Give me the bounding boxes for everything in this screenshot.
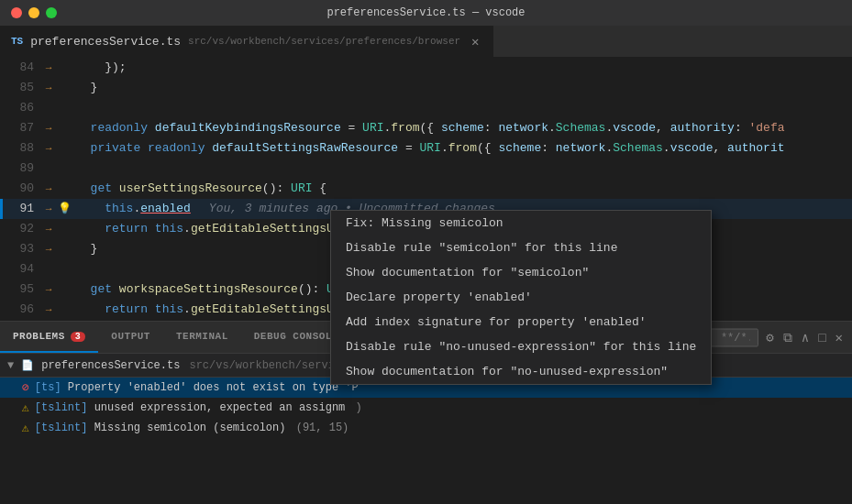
problem-description-3: Missing semicolon (semicolon)	[94, 422, 286, 434]
code-line-89: 89	[0, 159, 852, 179]
copy-icon[interactable]: ⧉	[781, 328, 794, 346]
code-line-90: 90 → get userSettingsResource(): URI {	[0, 179, 852, 199]
line-number-93: 93	[0, 239, 41, 259]
maximize-button[interactable]	[46, 7, 57, 18]
line-arrow-84: →	[41, 58, 56, 78]
line-number-88: 88	[0, 138, 41, 159]
quickfix-item-1[interactable]: Fix: Missing semicolon	[331, 211, 711, 236]
close-button[interactable]	[11, 7, 22, 18]
problem-text-3: [tslint] Missing semicolon (semicolon) (…	[35, 422, 845, 434]
line-content-90: get userSettingsResource(): URI {	[72, 179, 852, 199]
line-icon-84	[56, 58, 72, 78]
tab-filename: preferencesService.ts	[30, 35, 181, 49]
quickfix-item-5[interactable]: Add index signature for property 'enable…	[331, 310, 711, 334]
line-arrow-88: →	[41, 138, 56, 159]
line-icon-87	[56, 118, 72, 138]
line-arrow-96: →	[41, 300, 56, 320]
line-content-89	[72, 159, 852, 179]
line-content-84: });	[72, 58, 852, 78]
collapse-icon[interactable]: □	[816, 328, 827, 346]
line-number-94: 94	[0, 259, 41, 279]
line-number-90: 90	[0, 179, 41, 199]
problem-location-3: (91, 15)	[296, 422, 349, 434]
line-number-84: 84	[0, 58, 41, 78]
quickfix-item-2[interactable]: Disable rule "semicolon" for this line	[331, 236, 711, 260]
line-icon-92	[56, 219, 72, 239]
tab-close-button[interactable]: ✕	[468, 34, 482, 49]
line-arrow-87: →	[41, 118, 56, 138]
line-arrow-97: →	[41, 320, 56, 321]
problem-location-2: )	[356, 401, 362, 414]
line-number-92: 92	[0, 219, 41, 239]
problem-source-3: [tslint]	[35, 422, 88, 434]
quickfix-dropdown: Fix: Missing semicolon Disable rule "sem…	[330, 210, 712, 385]
quickfix-item-6[interactable]: Disable rule "no-unused-expression" for …	[331, 334, 711, 359]
line-arrow-86	[41, 98, 56, 118]
problems-list: ⊘ [ts] Property 'enabled' does not exist…	[0, 378, 852, 504]
tab-terminal-label: TERMINAL	[176, 331, 228, 342]
minimize-button[interactable]	[28, 7, 39, 18]
line-number-87: 87	[0, 118, 41, 138]
quickfix-item-7[interactable]: Show documentation for "no-unused-expres…	[331, 359, 711, 384]
tab-bar-container: TS preferencesService.ts src/vs/workbenc…	[0, 26, 852, 58]
expand-icon[interactable]: ∧	[800, 328, 811, 347]
line-content-87: readonly defaultKeybindingsResource = UR…	[72, 118, 852, 138]
close-panel-icon[interactable]: ✕	[834, 328, 845, 347]
line-arrow-92: →	[41, 219, 56, 239]
tab-debug-label: DEBUG CONSOLE	[254, 331, 338, 342]
active-line-indicator	[0, 199, 3, 219]
line-icon-86	[56, 98, 72, 118]
line-arrow-85: →	[41, 78, 56, 98]
line-arrow-90: →	[41, 179, 56, 199]
ts-icon: TS	[11, 36, 23, 47]
line-icon-96	[56, 300, 72, 320]
line-arrow-94	[41, 259, 56, 279]
line-icon-94	[56, 259, 72, 279]
tab-terminal[interactable]: TERMINAL	[163, 322, 241, 353]
tab-problems-label: PROBLEMS	[13, 331, 65, 342]
tab-output[interactable]: OUTPUT	[98, 322, 163, 353]
problem-item-3[interactable]: ⚠ [tslint] Missing semicolon (semicolon)…	[0, 418, 852, 438]
tab-path: src/vs/workbench/services/preferences/br…	[188, 36, 460, 47]
title-bar: preferencesService.ts — vscode	[0, 0, 852, 26]
code-line-86: 86	[0, 98, 852, 118]
line-content-88: private readonly defaultSettingsRawResou…	[72, 138, 852, 159]
problem-text-2: [tslint] unused expression, expected an …	[35, 401, 845, 414]
error-icon-1: ⊘	[22, 380, 29, 395]
problem-description-2: unused expression, expected an assignm	[94, 401, 346, 414]
warn-icon-3: ⚠	[22, 421, 29, 435]
problem-source-2: [tslint]	[35, 401, 88, 414]
lightbulb-icon-91[interactable]: 💡	[56, 199, 72, 219]
quickfix-item-4[interactable]: Declare property 'enabled'	[331, 285, 711, 310]
problem-source-1: [ts]	[35, 381, 61, 394]
file-expand-icon[interactable]: ▼	[7, 359, 14, 372]
quickfix-item-3[interactable]: Show documentation for "semicolon"	[331, 260, 711, 285]
warn-icon-2: ⚠	[22, 400, 29, 415]
line-arrow-93: →	[41, 239, 56, 259]
line-content-85: }	[72, 78, 852, 98]
filter-settings-icon[interactable]: ⚙	[764, 328, 775, 347]
line-icon-85	[56, 78, 72, 98]
line-content-86	[72, 98, 852, 118]
line-icon-97	[56, 320, 72, 321]
line-arrow-89	[41, 159, 56, 179]
editor-tab[interactable]: TS preferencesService.ts src/vs/workbenc…	[0, 26, 494, 57]
code-line-88: 88 → private readonly defaultSettingsRaw…	[0, 138, 852, 159]
line-number-95: 95	[0, 279, 41, 300]
code-line-85: 85 → }	[0, 78, 852, 98]
line-icon-95	[56, 279, 72, 300]
panel-filename: preferencesService.ts	[41, 359, 180, 372]
line-arrow-95: →	[41, 279, 56, 300]
line-icon-89	[56, 159, 72, 179]
tab-problems[interactable]: PROBLEMS 3	[0, 322, 98, 353]
line-number-86: 86	[0, 98, 41, 118]
problem-description-1: Property 'enabled' does not exist on typ…	[68, 381, 359, 394]
line-number-89: 89	[0, 159, 41, 179]
line-number-97: 97	[0, 320, 41, 321]
code-line-84: 84 → });	[0, 58, 852, 78]
code-line-87: 87 → readonly defaultKeybindingsResource…	[0, 118, 852, 138]
problem-item-2[interactable]: ⚠ [tslint] unused expression, expected a…	[0, 398, 852, 418]
traffic-lights	[11, 7, 57, 18]
file-doc-icon: 📄	[21, 359, 34, 371]
tab-output-label: OUTPUT	[111, 331, 150, 342]
